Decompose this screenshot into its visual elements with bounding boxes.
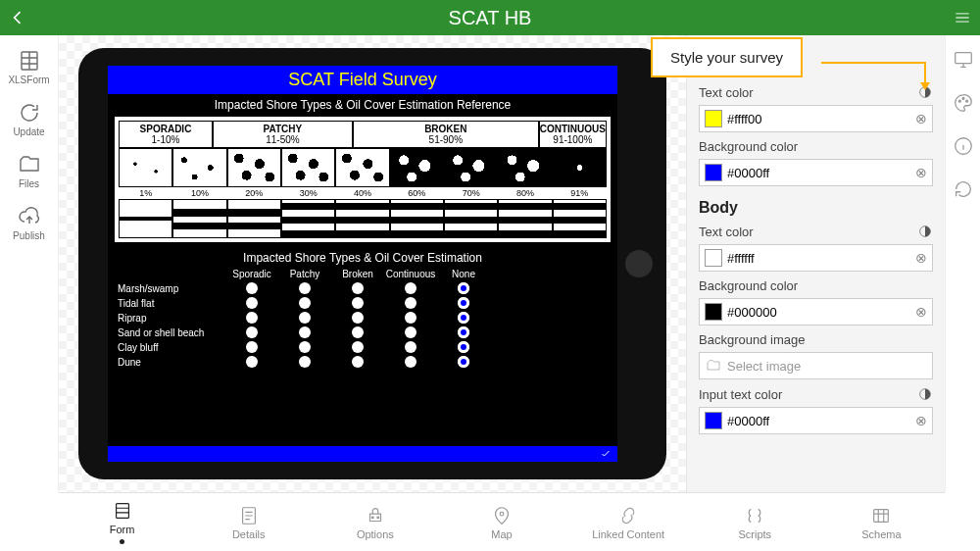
radio-option[interactable]	[331, 282, 384, 294]
tab-scripts[interactable]: Scripts	[692, 493, 818, 551]
radio-option[interactable]	[225, 297, 278, 309]
row-label: Marsh/swamp	[118, 283, 225, 294]
info-icon[interactable]	[953, 135, 974, 157]
radio-option[interactable]	[225, 326, 278, 338]
right-rail	[945, 35, 980, 492]
undo-icon[interactable]	[953, 178, 974, 200]
folder-icon	[706, 358, 721, 374]
row-label: Dune	[118, 357, 225, 368]
header-bg-color-field[interactable]: ⊗	[699, 159, 933, 186]
radio-option[interactable]	[225, 356, 278, 368]
radio-option[interactable]	[384, 341, 437, 353]
column-header: Broken	[331, 269, 384, 279]
clear-icon[interactable]: ⊗	[910, 162, 932, 183]
tab-map[interactable]: Map	[438, 493, 564, 551]
color-swatch[interactable]	[705, 110, 722, 127]
svg-point-13	[500, 512, 504, 516]
radio-option[interactable]	[384, 312, 437, 324]
tablet-home-button	[625, 250, 653, 277]
radio-option[interactable]	[278, 282, 331, 294]
radio-option[interactable]	[437, 356, 490, 368]
radio-option[interactable]	[278, 312, 331, 324]
back-button[interactable]	[0, 0, 35, 35]
color-swatch[interactable]	[705, 249, 722, 267]
column-header: Patchy	[278, 269, 331, 279]
tab-details[interactable]: Details	[185, 493, 312, 551]
svg-point-2	[958, 100, 960, 102]
body-bg-image-field[interactable]: Select image	[699, 352, 933, 379]
radio-option[interactable]	[225, 282, 278, 294]
radio-option[interactable]	[278, 297, 331, 309]
clear-icon[interactable]: ⊗	[910, 108, 932, 129]
palette-icon[interactable]	[953, 92, 974, 114]
tab-options[interactable]: Options	[312, 493, 438, 551]
color-swatch[interactable]	[705, 303, 722, 321]
row-label: Sand or shell beach	[118, 327, 225, 338]
header-text-color-label: Text color	[699, 85, 754, 100]
publish-label: Publish	[13, 230, 45, 241]
input-text-color-field[interactable]: ⊗	[699, 407, 933, 434]
tab-linked-content[interactable]: Linked Content	[565, 493, 692, 551]
radio-option[interactable]	[331, 341, 384, 353]
radio-option[interactable]	[384, 282, 437, 294]
body-text-color-field[interactable]: ⊗	[699, 244, 933, 272]
callout-arrow	[821, 59, 933, 92]
radio-option[interactable]	[225, 312, 278, 324]
clear-icon[interactable]: ⊗	[910, 301, 932, 323]
body-section-title: Body	[699, 199, 933, 217]
radio-option[interactable]	[437, 341, 490, 353]
hamburger-icon[interactable]	[945, 0, 980, 35]
body-bg-color-field[interactable]: ⊗	[699, 298, 933, 326]
xlsform-label: XLSForm	[8, 75, 49, 85]
clear-icon[interactable]: ⊗	[910, 410, 932, 431]
radio-option[interactable]	[331, 356, 384, 368]
color-swatch[interactable]	[705, 412, 722, 429]
input-text-color-input[interactable]	[727, 414, 910, 428]
callout-box: Style your survey	[651, 37, 803, 77]
survey-title: SCAT Field Survey	[108, 66, 617, 94]
column-header: None	[437, 269, 490, 279]
style-panel: Text color ⊗ Background color ⊗ Body Tex…	[686, 35, 945, 492]
radio-option[interactable]	[278, 356, 331, 368]
radio-option[interactable]	[437, 326, 490, 338]
tablet-frame: SCAT Field Survey Impacted Shore Types &…	[78, 48, 666, 479]
header-text-color-input[interactable]	[727, 112, 910, 126]
files-button[interactable]: Files	[1, 147, 58, 195]
body-text-color-input[interactable]	[727, 251, 910, 266]
radio-option[interactable]	[437, 282, 490, 294]
radio-option[interactable]	[384, 356, 437, 368]
tab-schema[interactable]: Schema	[818, 493, 945, 551]
radio-option[interactable]	[384, 326, 437, 338]
header-text-color-field[interactable]: ⊗	[699, 105, 933, 132]
radio-option[interactable]	[437, 297, 490, 309]
radio-option[interactable]	[437, 312, 490, 324]
preview-canvas: SCAT Field Survey Impacted Shore Types &…	[59, 35, 686, 492]
radio-option[interactable]	[331, 326, 384, 338]
clear-icon[interactable]: ⊗	[910, 247, 932, 269]
radio-option[interactable]	[331, 297, 384, 309]
svg-rect-1	[955, 53, 971, 64]
body-bg-color-label: Background color	[699, 278, 798, 293]
contrast-icon[interactable]	[917, 224, 933, 239]
question-title: Impacted Shore Types & Oil Cover Estimat…	[108, 243, 617, 269]
xlsform-button[interactable]: XLSForm	[1, 43, 58, 91]
radio-option[interactable]	[278, 326, 331, 338]
tab-form[interactable]: Form	[59, 493, 185, 551]
radio-option[interactable]	[384, 297, 437, 309]
body-text-color-label: Text color	[699, 225, 754, 239]
row-label: Tidal flat	[118, 298, 225, 309]
files-label: Files	[19, 178, 39, 189]
radio-option[interactable]	[278, 341, 331, 353]
publish-button[interactable]: Publish	[1, 199, 58, 247]
color-swatch[interactable]	[705, 164, 722, 181]
svg-point-11	[371, 516, 373, 518]
radio-option[interactable]	[225, 341, 278, 353]
radio-option[interactable]	[331, 312, 384, 324]
row-label: Riprap	[118, 313, 225, 324]
body-bg-color-input[interactable]	[727, 305, 910, 320]
update-button[interactable]: Update	[1, 95, 58, 143]
contrast-icon[interactable]	[917, 386, 933, 402]
monitor-icon[interactable]	[953, 49, 974, 71]
body-bg-image-label: Background image	[699, 332, 805, 347]
header-bg-color-input[interactable]	[727, 166, 910, 180]
